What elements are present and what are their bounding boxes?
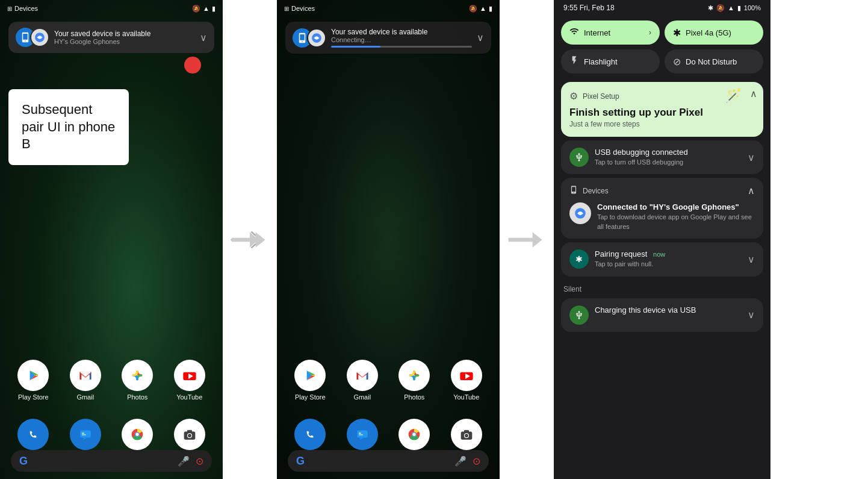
pixel-card-expand-icon[interactable]: ∧	[750, 88, 757, 99]
notif-text-block: Your saved device is available HY's Goog…	[54, 30, 195, 45]
notif-chevron-icon[interactable]: ∨	[200, 32, 207, 43]
rp-status-icons: ✱ 🔕 ▲ ▮ 100%	[708, 4, 761, 12]
notif-b-icons	[293, 28, 326, 48]
camera-b-icon	[451, 419, 482, 450]
devices-label: Devices	[583, 187, 609, 195]
silent-label: Silent	[561, 280, 763, 295]
svg-point-21	[188, 435, 190, 437]
dock-b-camera[interactable]	[444, 419, 489, 450]
dock-phone[interactable]	[11, 419, 56, 450]
phone-b-app-grid: Play Store Gmail	[277, 360, 500, 401]
pixel4a-tile-label: Pixel 4a (5G)	[686, 28, 731, 37]
svg-point-28	[353, 366, 372, 385]
internet-tile-arrow[interactable]: ›	[649, 28, 651, 37]
notif-title: Your saved device is available	[54, 30, 195, 38]
app-photos[interactable]: Photos	[115, 360, 160, 401]
app-b-play-store[interactable]: Play Store	[288, 360, 333, 401]
devices-card[interactable]: Devices ∧ Connected to "HY's Google Gpho…	[561, 178, 763, 239]
app-b-photos[interactable]: Photos	[392, 360, 437, 401]
svg-marker-25	[256, 232, 265, 248]
svg-point-8	[23, 425, 43, 444]
wifi-status-icon: ▲	[728, 4, 734, 11]
app-b-youtube[interactable]: YouTube	[444, 360, 489, 401]
phone-a-panel: ⊞ Devices 🔕 ▲ ▮ Your saved device is ava…	[0, 0, 223, 479]
svg-point-46	[465, 435, 467, 437]
devices-sub-text: Connected to "HY's Google Gphones" Tap t…	[597, 202, 755, 231]
charging-chevron[interactable]: ∨	[748, 309, 755, 321]
pixel-setup-main-title: Finish setting up your Pixel	[569, 107, 755, 119]
battery-icon: ▮	[212, 5, 215, 13]
pixel-setup-card[interactable]: ⚙ Pixel Setup 🪄 ∧ Finish setting up your…	[561, 82, 763, 137]
mute-icon-b: 🔕	[469, 5, 477, 13]
messages-icon	[70, 419, 101, 450]
youtube-b-icon	[451, 360, 482, 391]
search-bar[interactable]: G 🎤 ⊙	[11, 450, 212, 472]
play-store-b-label: Play Store	[295, 393, 326, 401]
phone-b-search-bar[interactable]: G 🎤 ⊙	[288, 450, 489, 472]
svg-marker-49	[533, 232, 542, 248]
pixel-setup-header-label: Pixel Setup	[583, 92, 619, 101]
phone-b-notif-card[interactable]: Your saved device is available Connectin…	[285, 22, 491, 54]
tile-dnd[interactable]: ⊘ Do Not Disturb	[665, 49, 763, 74]
svg-rect-37	[359, 434, 363, 435]
usb-debug-subtitle: Tap to turn off USB debugging	[595, 158, 742, 167]
photos-b-label: Photos	[404, 393, 424, 401]
devices-icon	[569, 186, 578, 196]
usb-debug-title: USB debugging connected	[595, 148, 742, 157]
svg-rect-11	[82, 433, 84, 433]
usb-debug-card[interactable]: USB debugging connected Tap to turn off …	[561, 140, 763, 174]
record-button[interactable]	[184, 57, 201, 74]
devices-connected-title: Connected to "HY's Google Gphones"	[597, 202, 755, 211]
dock-messages[interactable]	[63, 419, 108, 450]
app-youtube[interactable]: YouTube	[167, 360, 212, 401]
charging-card[interactable]: Charging this device via USB ∨	[561, 298, 763, 332]
play-store-label: Play Store	[18, 393, 49, 401]
mute-status-icon: 🔕	[716, 4, 725, 12]
svg-point-29	[405, 366, 424, 385]
pairing-chevron[interactable]: ∨	[748, 254, 755, 265]
devices-header: Devices ∧	[569, 185, 755, 196]
pairing-body: Pairing request now Tap to pair with nul…	[595, 249, 742, 269]
gear-icon: ⚙	[569, 90, 578, 102]
tile-pixel4a[interactable]: ✱ Pixel 4a (5G)	[665, 20, 763, 45]
app-gmail[interactable]: Gmail	[63, 360, 108, 401]
devices-sub-card: Connected to "HY's Google Gphones" Tap t…	[569, 202, 755, 231]
pairing-request-card[interactable]: ✱ Pairing request now Tap to pair with n…	[561, 242, 763, 276]
flashlight-tile-label: Flashlight	[584, 57, 618, 66]
svg-rect-22	[187, 430, 192, 433]
devices-expand-icon[interactable]: ∧	[748, 185, 755, 196]
tile-internet[interactable]: Internet ›	[561, 20, 660, 45]
notif-app-icons	[16, 28, 49, 47]
usb-debug-chevron[interactable]: ∨	[748, 152, 755, 163]
notif-b-subtitle: Connecting…	[331, 36, 472, 43]
gmail-b-label: Gmail	[353, 393, 371, 401]
phone-a-notif-card[interactable]: Your saved device is available HY's Goog…	[8, 22, 214, 53]
microphone-icon[interactable]: 🎤	[178, 456, 190, 467]
dock-chrome[interactable]	[115, 419, 160, 450]
dock-camera[interactable]	[167, 419, 212, 450]
bluetooth-status-icon: ✱	[708, 4, 713, 12]
app-b-gmail[interactable]: Gmail	[340, 360, 385, 401]
notif-b-icon-brand	[307, 28, 326, 48]
chrome-b-icon	[398, 419, 430, 450]
rp-time: 9:55 Fri, Feb 18	[563, 4, 615, 12]
bluetooth-tile-icon: ✱	[673, 27, 681, 39]
svg-rect-24	[232, 237, 257, 241]
charging-usb-icon	[569, 305, 589, 325]
dock-b-messages[interactable]	[340, 419, 385, 450]
svg-rect-36	[359, 433, 361, 433]
usb-debug-body: USB debugging connected Tap to turn off …	[595, 148, 742, 167]
notif-b-chevron-icon[interactable]: ∨	[477, 32, 484, 43]
wifi-icon-b: ▲	[480, 5, 486, 12]
play-store-icon	[17, 360, 49, 391]
microphone-icon-b[interactable]: 🎤	[454, 456, 467, 467]
tile-flashlight[interactable]: Flashlight	[561, 49, 660, 74]
connecting-progress-fill	[331, 46, 380, 48]
dock-b-phone[interactable]	[288, 419, 333, 450]
arrow-2	[500, 0, 554, 479]
dock-b-chrome[interactable]	[392, 419, 437, 450]
app-play-store[interactable]: Play Store	[11, 360, 56, 401]
google-lens-icon-b[interactable]: ⊙	[473, 456, 480, 467]
google-lens-icon[interactable]: ⊙	[196, 456, 203, 467]
pairing-title-text: Pairing request	[595, 249, 647, 258]
